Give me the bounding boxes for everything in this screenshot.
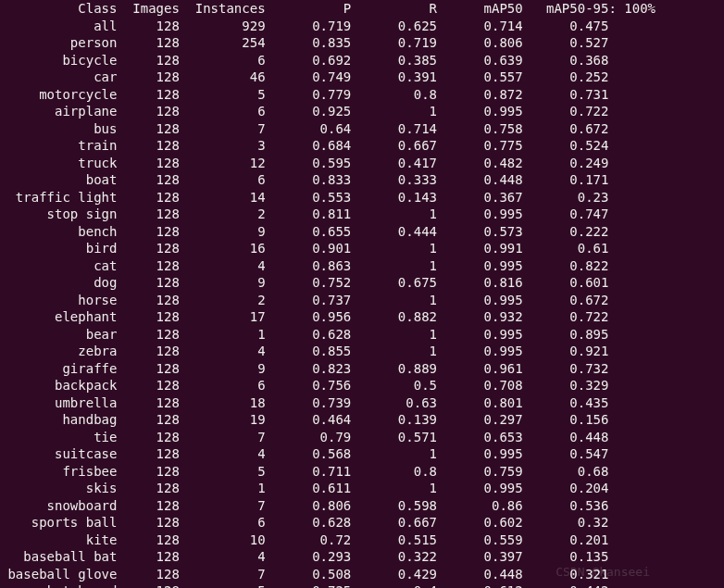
terminal-output: Class Images Instances P R mAP50 mAP50-9… [0, 0, 724, 588]
